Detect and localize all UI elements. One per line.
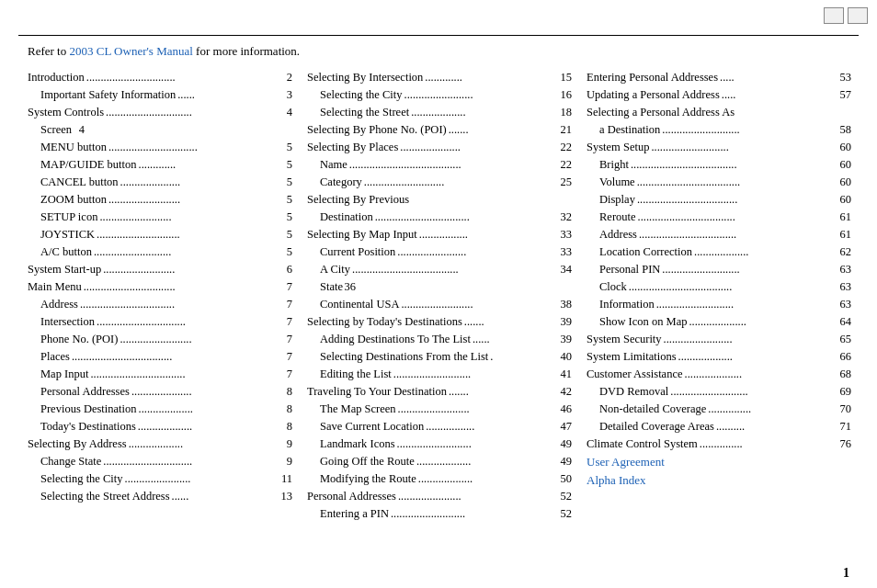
list-item: DVD Removal...........................69 [587,383,851,401]
top-rule [18,35,859,36]
toc-entry-text: Important Safety Information [40,86,176,104]
toc-dots: . [490,348,557,366]
list-item: Phone No. (POI).........................… [28,331,292,348]
toc-page-num: 8 [279,418,292,435]
toc-page-num: 33 [559,243,572,261]
list-item: Information...........................63 [587,296,851,313]
toc-entry-text: Entering a PIN [320,505,389,523]
toc-dots: ............................... [103,453,278,470]
toc-dots: .................................. [638,209,837,226]
toc-page-num: 58 [838,121,851,139]
list-item: A City..................................… [307,261,572,278]
toc-dots: ..... [722,86,837,104]
toc-page-num: 5 [279,156,292,174]
toc-entry-text: Updating a Personal Address [587,86,720,104]
list-item: The Map Screen.........................4… [307,401,572,418]
toc-dots: ............. [139,156,278,174]
toc-entry-text: Selecting By Map Input [307,226,417,243]
toc-page-num: 7 [279,366,292,383]
toc-entry-text: Adding Destinations To The List [320,331,471,348]
list-item: Address.................................… [587,226,851,243]
list-item: Selecting By Address...................9 [28,435,292,453]
list-item: Continental USA.........................… [307,296,572,313]
list-item: MAP/GUIDE button.............5 [28,156,292,174]
toc-dots: ....................................... [349,156,557,174]
toc-entry-text: System Security [587,331,662,348]
toc-entry-text: Location Correction [599,243,692,261]
toc-column-1: Introduction............................… [18,69,300,560]
toc-entry-text: CANCEL button [40,174,119,191]
page-number: 1 [843,566,849,581]
toc-page-num: 46 [559,401,572,418]
toc-entry-text: Selecting By Intersection [307,69,423,86]
toc-entry-text: Climate Control System [587,435,698,453]
toc-entry-text: System Limitations [587,348,677,366]
list-item: Address.................................… [28,296,292,313]
toc-dots: ............................. [97,226,278,243]
list-item: Modifying the Route...................50 [307,470,572,488]
toc-dots: ................................... [637,191,837,209]
toc-dots: ........................ [404,86,557,104]
toc-dots: .................................... [629,278,837,296]
owners-manual-link[interactable]: 2003 CL Owner's Manual [69,44,192,58]
list-item: Selecting a Personal Address As [587,104,851,121]
toc-page-num: 60 [838,156,851,174]
list-item: State36 [307,278,572,296]
list-item: Display.................................… [587,191,851,209]
toc-dots: ................... [678,348,837,366]
toc-dots: .......................... [397,435,557,453]
toc-dots: ..................... [120,174,278,191]
toc-entry-text: JOYSTICK [40,226,95,243]
list-item: Reroute.................................… [587,209,851,226]
toc-dots: ........................... [662,261,837,278]
toc-entry-text: Selecting Destinations From the List [320,348,488,366]
toc-page-num: 57 [838,86,851,104]
toc-entry-text: The Map Screen [320,401,396,418]
toc-page-num: 60 [838,174,851,191]
toc-dots: ............... [700,435,837,453]
list-item: Change State............................… [28,453,292,470]
toc-page-num: 3 [279,86,292,104]
toc-dots: ........................... [393,366,557,383]
toc-dots: ................................. [80,296,278,313]
toc-page-num: 50 [559,470,572,488]
list-item: Destination.............................… [307,209,572,226]
toc-entry-text: Current Position [320,243,395,261]
toc-entry-text: Selecting the Street Address [40,488,170,505]
toc-entry-text: System Start-up [28,261,101,278]
toc-entry-text: Show Icon on Map [599,313,687,331]
list-item: Clock...................................… [587,278,851,296]
toc-page-num: 60 [838,191,851,209]
list-item: Selecting By Intersection.............15 [307,69,572,86]
toc-page-num: 76 [838,435,851,453]
toc-entry-text: Previous Destination [40,401,137,418]
toc-entry-text: Change State [40,453,101,470]
toc-link[interactable]: Alpha Index [587,471,646,490]
toc-page-num: 52 [559,488,572,505]
toc-link[interactable]: User Agreement [587,453,665,471]
list-item: Personal PIN...........................6… [587,261,851,278]
toc-dots: .................................. [639,226,837,243]
toc-dots: .......... [716,418,837,435]
list-item: Intersection............................… [28,313,292,331]
toc-dots: ...... [172,488,278,505]
toc-entry-text: System Controls [28,104,104,121]
toc-dots: ....................... [125,470,278,488]
window-button-2[interactable] [848,7,868,24]
toc-entry-text: Introduction [28,69,85,86]
toc-page-num: 25 [559,174,572,191]
toc-entry-text: Personal Addresses [40,383,130,401]
toc-dots: ................. [426,418,557,435]
toc-entry-text: SETUP icon [40,209,97,226]
list-item: Non-detailed Coverage...............70 [587,401,851,418]
toc-entry-text: Name [320,156,347,174]
list-item: Entering a PIN..........................… [307,505,572,523]
toc-entry-text: Bright [599,156,629,174]
toc-entry-text: Entering Personal Addresses [587,69,718,86]
toc-entry-text: Editing the List [320,366,392,383]
toc-entry-text: Address [599,226,637,243]
toc-entry-text: Reroute [599,209,636,226]
toc-entry-text: Volume [599,174,635,191]
toc-page-num: 2 [279,69,292,86]
window-button-1[interactable] [824,7,844,24]
